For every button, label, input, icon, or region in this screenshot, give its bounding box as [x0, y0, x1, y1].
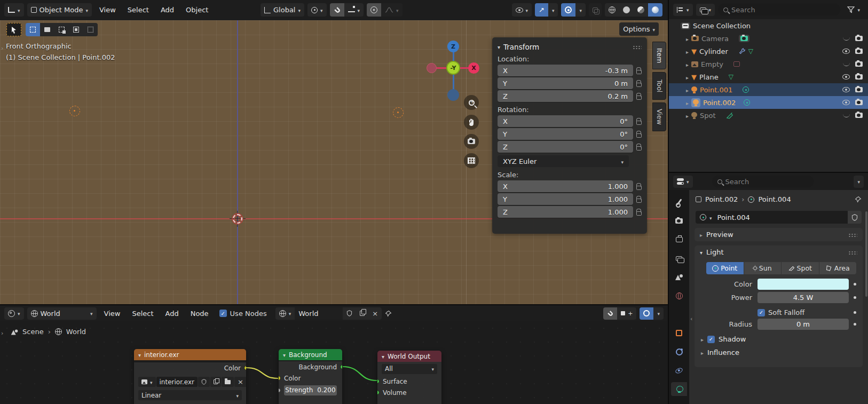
breadcrumb-object[interactable]: Point.002: [705, 195, 738, 203]
menu-view[interactable]: View: [100, 310, 125, 318]
colorspace-dropdown[interactable]: Linear: [138, 390, 242, 400]
scale-y-field[interactable]: Y1.000: [498, 193, 633, 205]
menu-node[interactable]: Node: [186, 310, 213, 318]
render-visibility-icon[interactable]: [855, 113, 863, 118]
background-output-socket[interactable]: [340, 365, 342, 369]
gizmo-settings-dropdown[interactable]: [548, 3, 558, 17]
tab-render[interactable]: [671, 214, 687, 228]
scale-z-field[interactable]: Z1.000: [498, 206, 633, 218]
hide-icon[interactable]: [842, 87, 850, 92]
soft-falloff-checkbox[interactable]: [757, 309, 765, 316]
hide-icon[interactable]: [843, 114, 850, 117]
point-light-gizmo[interactable]: [69, 106, 80, 116]
color-input-socket[interactable]: [279, 376, 281, 381]
panel-drag-handle[interactable]: [848, 250, 857, 255]
select-mode-intersect-button[interactable]: [83, 23, 98, 36]
light-type-point-button[interactable]: Point: [706, 262, 744, 274]
transform-orientation-dropdown[interactable]: Global: [261, 3, 304, 17]
toolbar-expand-arrow[interactable]: ›: [1, 45, 3, 52]
point-light-gizmo[interactable]: [393, 107, 404, 118]
rotation-x-field[interactable]: X0°: [498, 115, 633, 127]
light-name-field[interactable]: Point.004: [696, 211, 848, 224]
animate-dot[interactable]: [854, 296, 856, 299]
viewport-canvas[interactable]: › Options Front Orthographic (1) Scene C…: [0, 20, 668, 304]
overlays-toggle[interactable]: [640, 307, 653, 320]
strength-field[interactable]: Strength 0.200: [284, 385, 337, 395]
render-visibility-icon[interactable]: [855, 87, 863, 92]
open-image-button[interactable]: [222, 377, 234, 387]
shading-rendered-button[interactable]: [648, 3, 662, 17]
breadcrumb-data[interactable]: Point.004: [758, 195, 791, 203]
lock-icon[interactable]: [636, 186, 642, 190]
gizmo-axis-z[interactable]: Z: [447, 41, 459, 52]
expand-icon[interactable]: [686, 112, 689, 120]
expand-icon[interactable]: [701, 348, 704, 357]
tab-world[interactable]: [671, 289, 687, 303]
color-output-socket[interactable]: [244, 366, 246, 370]
properties-search-input[interactable]: [725, 178, 808, 186]
strength-input-socket[interactable]: [279, 388, 281, 393]
node-collapse-icon[interactable]: [283, 351, 286, 359]
use-nodes-toggle[interactable]: Use Nodes: [219, 310, 267, 318]
pan-button[interactable]: [464, 115, 479, 130]
tab-physics[interactable]: [671, 363, 687, 377]
shading-solid-button[interactable]: [619, 3, 634, 17]
expand-icon[interactable]: [686, 60, 689, 68]
preview-panel-title[interactable]: Preview: [706, 231, 733, 239]
shadow-checkbox[interactable]: [707, 336, 715, 343]
outliner-row-plane[interactable]: ▼ Plane ▽: [669, 70, 868, 83]
node-image-texture[interactable]: interior.exr Color interior.exr: [134, 349, 246, 404]
sidebar-tab-view[interactable]: View: [652, 102, 666, 131]
expand-icon[interactable]: [701, 335, 704, 343]
pin-icon[interactable]: [385, 310, 392, 317]
collapse-icon[interactable]: [700, 248, 703, 256]
outliner-search[interactable]: [718, 4, 840, 15]
properties-options-dropdown[interactable]: [854, 176, 864, 188]
lock-icon[interactable]: [636, 199, 642, 203]
outliner-row-spot[interactable]: Spot: [669, 109, 868, 122]
pivot-point-dropdown[interactable]: [307, 3, 327, 17]
expand-icon[interactable]: [686, 86, 689, 94]
proportional-falloff-dropdown[interactable]: [381, 3, 403, 17]
animate-dot[interactable]: [854, 311, 856, 314]
expand-icon[interactable]: [686, 73, 689, 81]
shadow-subpanel[interactable]: Shadow: [701, 335, 856, 343]
scrollbar[interactable]: [865, 211, 867, 297]
render-visibility-icon[interactable]: [855, 61, 863, 67]
rotation-mode-dropdown[interactable]: XYZ Euler: [498, 155, 629, 167]
lock-icon[interactable]: [636, 70, 642, 74]
select-mode-set-button[interactable]: [26, 23, 40, 36]
snap-toggle[interactable]: [603, 307, 617, 320]
world-id-dropdown[interactable]: [275, 307, 295, 320]
gizmo-axis-negy[interactable]: -Y: [446, 61, 460, 75]
mode-dropdown[interactable]: Object Mode: [27, 3, 92, 17]
render-visibility-icon[interactable]: [855, 100, 863, 105]
fake-user-button[interactable]: [848, 211, 862, 224]
image-browse-dropdown[interactable]: [138, 377, 156, 387]
outliner-search-input[interactable]: [731, 6, 835, 14]
hide-icon[interactable]: [842, 49, 850, 54]
region-divider-vertical[interactable]: [668, 0, 669, 404]
node-collapse-icon[interactable]: [138, 351, 141, 359]
hide-icon[interactable]: [843, 37, 850, 41]
outliner-id-filter-dropdown[interactable]: [696, 4, 715, 16]
gizmo-axis-negz[interactable]: [447, 89, 459, 101]
properties-editor-type-dropdown[interactable]: [673, 176, 693, 188]
node-collapse-icon[interactable]: [382, 353, 384, 360]
menu-select[interactable]: Select: [128, 310, 157, 318]
sidebar-tab-tool[interactable]: Tool: [652, 72, 666, 100]
show-gizmo-toggle[interactable]: ↗: [535, 3, 548, 17]
render-visibility-icon[interactable]: [855, 74, 863, 80]
sidebar-tab-item[interactable]: Item: [652, 42, 666, 69]
outliner-row-scene-collection[interactable]: Scene Collection: [669, 19, 868, 32]
tab-object-data[interactable]: [671, 382, 687, 396]
rotation-y-field[interactable]: Y0°: [498, 128, 633, 140]
light-type-sun-button[interactable]: Sun: [744, 262, 782, 274]
options-dropdown[interactable]: Options: [619, 22, 659, 36]
outliner-display-mode-dropdown[interactable]: [673, 4, 693, 16]
shader-type-dropdown[interactable]: World: [27, 307, 97, 320]
tab-scene[interactable]: [671, 270, 687, 284]
lock-icon[interactable]: [636, 211, 642, 216]
properties-search[interactable]: [712, 176, 814, 187]
tab-object[interactable]: [671, 326, 687, 340]
